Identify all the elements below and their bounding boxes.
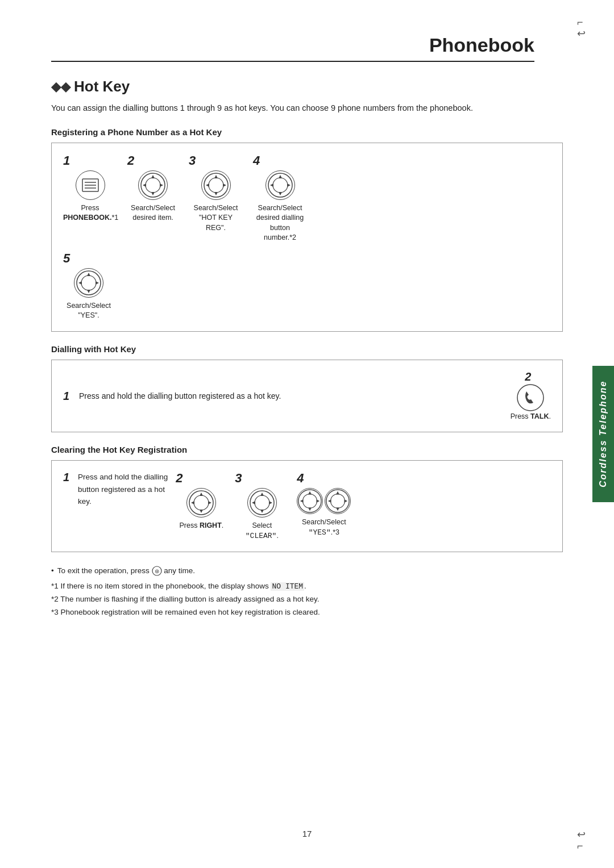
svg-marker-14 (206, 183, 209, 187)
svg-marker-37 (260, 493, 264, 496)
svg-marker-51 (328, 499, 331, 503)
clear-step-4: 4 (297, 471, 351, 538)
svg-marker-7 (151, 192, 155, 195)
svg-marker-52 (345, 499, 348, 503)
svg-marker-38 (260, 510, 264, 513)
nav-icon-2 (138, 170, 168, 200)
clear-step-1-num: 1 (63, 471, 74, 484)
svg-marker-18 (279, 175, 282, 178)
svg-point-17 (273, 178, 288, 193)
registering-heading: Registering a Phone Number as a Hot Key (51, 127, 563, 137)
svg-marker-43 (308, 491, 312, 495)
clearing-heading: Clearing the Hot Key Registration (51, 445, 563, 454)
dialling-heading: Dialling with Hot Key (51, 344, 563, 354)
nav-icon-4 (265, 170, 295, 200)
svg-point-23 (81, 276, 96, 290)
clear-nav-icon-4a (297, 488, 323, 514)
step-5: 5 Search/Select"YES". (63, 251, 114, 321)
svg-point-42 (303, 494, 317, 508)
step-4: 4 Search/Selectdesired diallingbutton nu… (253, 153, 307, 243)
svg-marker-27 (96, 281, 99, 285)
svg-marker-24 (87, 273, 90, 276)
section-title: ◆◆ Hot Key (51, 78, 563, 95)
svg-marker-39 (252, 501, 255, 504)
clearing-box: 1 Press and hold the diallingbutton regi… (51, 460, 563, 552)
svg-marker-46 (317, 499, 320, 503)
svg-marker-8 (143, 183, 146, 187)
dialling-box: 1 Press and hold the dialling button reg… (51, 360, 563, 433)
exit-icon: ⊛ (152, 566, 162, 576)
clear-step-3: 3 Select "CLEAR". (235, 471, 289, 541)
svg-marker-15 (223, 183, 226, 187)
page-number: 17 (302, 829, 312, 838)
talk-icon (516, 383, 545, 412)
svg-point-36 (255, 495, 269, 510)
footnote-1: *1 If there is no item stored in the pho… (51, 580, 563, 593)
svg-point-48 (331, 494, 345, 508)
step-1: 1 Press PHONEBOOK.*1 (63, 153, 117, 223)
clear-step-1-text: Press and hold the diallingbutton regist… (78, 471, 168, 508)
diamonds-icon: ◆◆ (51, 80, 70, 94)
svg-marker-34 (208, 501, 211, 504)
phonebook-icon (76, 170, 105, 200)
svg-marker-45 (300, 499, 304, 503)
svg-point-28 (517, 385, 544, 411)
registering-box: 1 Press PHONEBOOK.*1 2 (51, 143, 563, 332)
svg-marker-49 (336, 491, 339, 495)
svg-point-5 (146, 178, 160, 193)
intro-text: You can assign the dialling buttons 1 th… (51, 102, 563, 115)
svg-marker-31 (200, 493, 203, 496)
svg-marker-25 (87, 290, 90, 293)
svg-marker-19 (279, 192, 282, 195)
svg-marker-9 (160, 183, 163, 187)
dial-step-1-text: Press and hold the dialling button regis… (79, 390, 499, 402)
svg-marker-6 (151, 175, 155, 178)
svg-marker-50 (336, 508, 339, 511)
clear-nav-icon-4b (325, 488, 351, 514)
svg-marker-44 (308, 508, 312, 511)
svg-point-30 (194, 495, 209, 510)
clear-step-2: 2 Press RIGHT. (176, 471, 227, 531)
dial-step-2: 2 Press TALK. (511, 370, 551, 422)
step-3: 3 Search/Select"HOT KEY REG". (189, 153, 243, 233)
svg-text:⊛: ⊛ (155, 568, 159, 574)
svg-marker-12 (214, 175, 218, 178)
svg-marker-32 (200, 510, 203, 513)
footnotes: • To exit the operation, press ⊛ any tim… (51, 565, 563, 619)
svg-marker-21 (287, 183, 291, 187)
footnote-2: *2 The number is flashing if the diallin… (51, 593, 563, 606)
svg-point-11 (209, 178, 223, 193)
svg-marker-20 (270, 183, 273, 187)
svg-marker-13 (214, 192, 218, 195)
clear-nav-icon-3 (247, 488, 277, 518)
nav-icon-3 (201, 170, 231, 200)
nav-icon-5 (74, 268, 103, 298)
svg-marker-40 (269, 501, 272, 504)
svg-marker-33 (191, 501, 194, 504)
dial-step-1-num: 1 (63, 390, 74, 403)
svg-marker-26 (78, 281, 82, 285)
footnote-3: *3 Phonebook registration will be remain… (51, 606, 563, 619)
clear-nav-icon-2 (186, 488, 216, 518)
step-2: 2 Search/Selectdesired item. (127, 153, 179, 223)
page-title: Phonebook (51, 34, 534, 62)
